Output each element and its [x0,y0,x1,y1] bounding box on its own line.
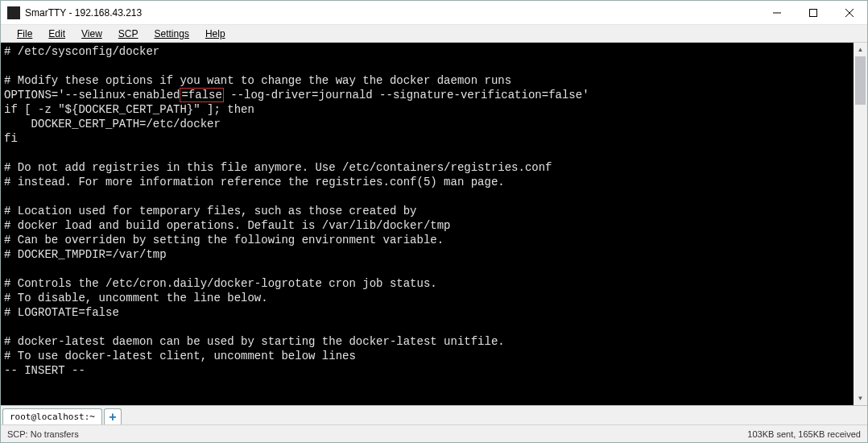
terminal[interactable]: # /etc/sysconfig/docker # Modify these o… [1,43,854,405]
status-right: 103KB sent, 165KB received [747,429,861,439]
scrollbar-down-button[interactable]: ▼ [854,391,867,405]
menu-file[interactable]: File [10,27,39,41]
menu-scp[interactable]: SCP [112,27,145,41]
status-bar: SCP: No transfers 103KB sent, 165KB rece… [1,424,867,442]
tab-label: root@localhost:~ [10,412,95,422]
menu-settings[interactable]: Settings [148,27,196,41]
close-button[interactable] [831,1,867,25]
minimize-button[interactable] [758,1,795,25]
menu-bar: File Edit View SCP Settings Help [1,25,867,43]
tab-bar: root@localhost:~ + [1,405,867,424]
scrollbar-thumb[interactable] [855,56,866,105]
menu-view[interactable]: View [75,27,109,41]
vertical-scrollbar[interactable]: ▲ ▼ [854,43,867,405]
terminal-container: # /etc/sysconfig/docker # Modify these o… [1,43,867,405]
window-controls [758,1,867,25]
title-bar: SmarTTY - 192.168.43.213 [1,1,867,25]
app-icon [7,6,20,19]
highlighted-text: =false [180,88,223,102]
status-left: SCP: No transfers [7,429,79,439]
plus-icon: + [109,410,116,424]
add-tab-button[interactable]: + [104,408,122,424]
maximize-button[interactable] [795,1,831,25]
svg-rect-1 [809,9,816,16]
window-title: SmarTTY - 192.168.43.213 [25,7,758,19]
menu-help[interactable]: Help [199,27,232,41]
menu-edit[interactable]: Edit [42,27,72,41]
scrollbar-up-button[interactable]: ▲ [854,43,867,56]
tab-session[interactable]: root@localhost:~ [2,408,102,424]
scrollbar-track[interactable] [854,56,867,391]
